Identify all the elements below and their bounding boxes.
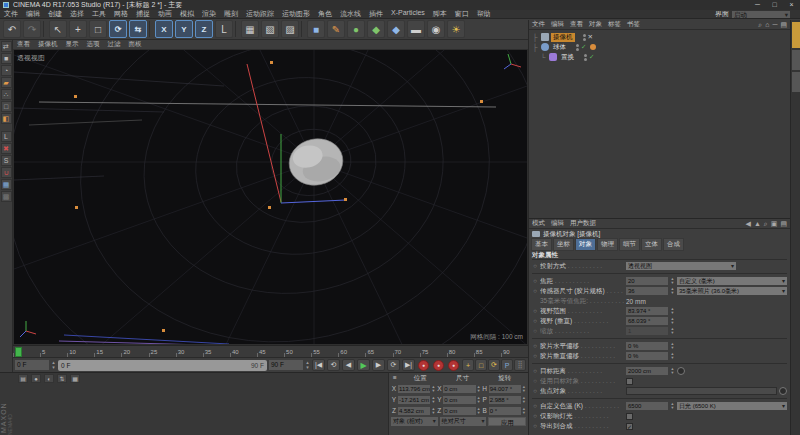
toolbar-button[interactable]: ↷ bbox=[23, 20, 41, 38]
toolbar-button[interactable]: ◆ bbox=[367, 20, 385, 38]
home-icon[interactable]: ⌂ bbox=[765, 21, 769, 29]
toolbar-button[interactable]: ✎ bbox=[327, 20, 345, 38]
menu-item[interactable]: 角色 bbox=[314, 9, 336, 19]
toolbar-button[interactable] bbox=[43, 21, 47, 37]
menu-item[interactable]: 捕捉 bbox=[132, 9, 154, 19]
mode-button[interactable]: □ bbox=[1, 101, 12, 112]
object-name[interactable]: 置换 bbox=[559, 53, 576, 62]
sensor-field[interactable]: 36 bbox=[626, 287, 668, 295]
frame-spinner[interactable]: ▴▾ bbox=[51, 360, 56, 370]
mode-button[interactable]: L bbox=[1, 131, 12, 142]
panel-icon[interactable]: ▤ bbox=[780, 220, 787, 228]
toolbar-button[interactable]: ● bbox=[347, 20, 365, 38]
attribute-tab[interactable]: 坐标 bbox=[553, 238, 574, 251]
viewport-menu-item[interactable]: 选项 bbox=[83, 40, 104, 49]
object-manager-menu-item[interactable]: 对象 bbox=[586, 20, 605, 29]
spinner[interactable]: ▴▾ bbox=[670, 367, 675, 375]
end-frame-field[interactable]: 90 F bbox=[269, 360, 303, 370]
coord-mode-dropdown[interactable]: 对象 (相对)▾ bbox=[391, 417, 438, 426]
menu-item[interactable]: 网格 bbox=[110, 9, 132, 19]
toolbar-button[interactable]: ▧ bbox=[261, 20, 279, 38]
back-icon[interactable]: ◀ bbox=[746, 220, 751, 228]
previous-frame-button[interactable]: ◀ bbox=[342, 359, 355, 371]
dock-tab[interactable] bbox=[792, 72, 800, 92]
toolbar-button[interactable] bbox=[149, 21, 153, 37]
toolbar-button[interactable]: ◆ bbox=[387, 20, 405, 38]
menu-item[interactable]: 运动跟踪 bbox=[242, 9, 278, 19]
menu-item[interactable]: 编辑 bbox=[22, 9, 44, 19]
toolbar-button[interactable]: ☀ bbox=[447, 20, 465, 38]
play-forward-button[interactable]: ⟳ bbox=[387, 359, 400, 371]
object-name[interactable]: 球体 bbox=[551, 43, 568, 52]
toolbar-button[interactable]: ↶ bbox=[3, 20, 21, 38]
fov-h-field[interactable]: 83.974 ° bbox=[626, 307, 668, 315]
attribute-menu-item[interactable]: 编辑 bbox=[548, 219, 567, 228]
size-x-field[interactable]: 0 cm bbox=[443, 385, 475, 393]
object-row-sphere[interactable]: ├ 球体 ✓ bbox=[531, 42, 790, 52]
toolbar-button[interactable]: ▨ bbox=[281, 20, 299, 38]
enable-check-icon[interactable]: ✓ bbox=[581, 43, 586, 51]
spinner[interactable]: ▴▾ bbox=[431, 396, 435, 404]
keying-toggle[interactable]: □ bbox=[475, 359, 487, 371]
interface-dropdown[interactable]: 启动▾ bbox=[732, 11, 790, 18]
apply-button[interactable]: 应用 bbox=[488, 417, 526, 426]
menu-item[interactable]: 脚本 bbox=[429, 9, 451, 19]
section-header[interactable]: 对象属性 bbox=[532, 250, 787, 260]
mode-button[interactable]: S bbox=[1, 155, 12, 166]
color-temp-preset-dropdown[interactable]: 日光 (6500 K)▾ bbox=[677, 402, 787, 410]
menu-item[interactable]: 选择 bbox=[66, 9, 88, 19]
attribute-tab[interactable]: 物理 bbox=[597, 238, 618, 251]
picker-icon[interactable] bbox=[677, 367, 685, 375]
menu-item[interactable]: 文件 bbox=[0, 9, 22, 19]
menu-item[interactable]: 运动图形 bbox=[278, 9, 314, 19]
rot-b-field[interactable]: 0 ° bbox=[489, 407, 521, 415]
object-manager-menu-item[interactable]: 标签 bbox=[605, 20, 624, 29]
play-backwards-button[interactable]: ⟲ bbox=[327, 359, 340, 371]
spinner[interactable]: ▴▾ bbox=[522, 385, 526, 393]
menu-item[interactable]: 动画 bbox=[154, 9, 176, 19]
mode-button[interactable]: ■ bbox=[1, 53, 12, 64]
forward-icon[interactable]: ▲ bbox=[754, 220, 761, 228]
material-manager-icon[interactable]: ◐ bbox=[44, 374, 54, 383]
mode-button[interactable]: ▩ bbox=[1, 191, 12, 202]
anim-dot[interactable]: ○ bbox=[532, 423, 538, 429]
menu-item[interactable]: 渲染 bbox=[198, 9, 220, 19]
collapse-icon[interactable]: ─ bbox=[772, 21, 777, 29]
menu-item[interactable]: 工具 bbox=[88, 9, 110, 19]
end-frame-spinner[interactable]: ▴▾ bbox=[305, 360, 310, 370]
menu-item[interactable]: 雕刻 bbox=[220, 9, 242, 19]
material-manager-icon[interactable]: ▦ bbox=[70, 374, 80, 383]
object-name[interactable]: 摄像机 bbox=[551, 33, 575, 42]
rot-h-field[interactable]: 94.007 ° bbox=[489, 385, 521, 393]
keying-toggle[interactable]: + bbox=[462, 359, 474, 371]
menu-item[interactable]: 流水线 bbox=[336, 9, 365, 19]
spinner[interactable]: ▴▾ bbox=[431, 407, 435, 415]
camera-toggle-icon[interactable]: ✕ bbox=[588, 33, 593, 41]
spinner[interactable]: ▴▾ bbox=[670, 342, 675, 350]
toolbar-button[interactable]: ▬ bbox=[407, 20, 425, 38]
spinner[interactable]: ▴▾ bbox=[477, 407, 481, 415]
playhead[interactable] bbox=[15, 347, 22, 357]
spinner[interactable]: ▴▾ bbox=[522, 407, 526, 415]
anim-dot[interactable]: ○ bbox=[532, 343, 538, 349]
menu-item[interactable]: 创建 bbox=[44, 9, 66, 19]
mode-button[interactable]: ▦ bbox=[1, 179, 12, 190]
timeline-slider[interactable]: 0 F 90 F bbox=[58, 360, 267, 371]
attribute-menu-item[interactable]: 用户数据 bbox=[567, 219, 599, 228]
pos-z-field[interactable]: 4.582 cm bbox=[398, 407, 430, 415]
viewport-menu-item[interactable]: 面板 bbox=[125, 40, 146, 49]
film-x-field[interactable]: 0 % bbox=[626, 342, 668, 350]
anim-dot[interactable]: ○ bbox=[532, 308, 538, 314]
copy-icon[interactable]: ▣ bbox=[771, 220, 778, 228]
spinner[interactable]: ▴▾ bbox=[670, 317, 675, 325]
anim-dot[interactable]: ○ bbox=[532, 318, 538, 324]
visibility-dots[interactable] bbox=[584, 54, 587, 61]
object-manager-menu-item[interactable]: 书签 bbox=[624, 20, 643, 29]
toolbar-button[interactable]: ⇆ bbox=[129, 20, 147, 38]
toolbar-button[interactable]: ◉ bbox=[427, 20, 445, 38]
go-to-end-button[interactable]: ▶| bbox=[402, 359, 415, 371]
toolbar-button[interactable]: ■ bbox=[307, 20, 325, 38]
mode-button[interactable]: ∴ bbox=[1, 89, 12, 100]
film-y-field[interactable]: 0 % bbox=[626, 352, 668, 360]
menu-item[interactable]: 帮助 bbox=[473, 9, 495, 19]
